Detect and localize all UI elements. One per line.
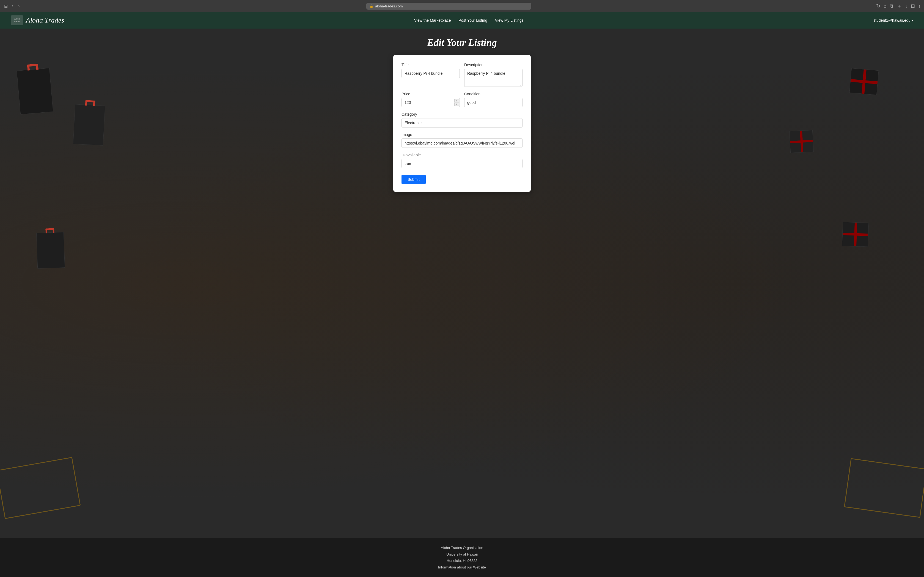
price-increment-btn[interactable]: ▲ [454, 99, 459, 103]
category-group: Category [402, 112, 522, 127]
description-group: Description Raspberry Pi 4 bundle [464, 63, 522, 87]
description-label: Description [464, 63, 522, 67]
price-spinners: ▲ ▼ [454, 99, 459, 106]
category-label: Category [402, 112, 522, 116]
share-icon[interactable]: ↑ [918, 3, 921, 9]
nav-post-listing[interactable]: Post Your Listing [459, 18, 487, 23]
back-btn[interactable]: ‹ [10, 3, 15, 8]
bg-bag-1 [16, 68, 53, 114]
image-group: Image [402, 132, 522, 148]
browser-controls: ⊞ ‹ › [3, 3, 21, 8]
extensions-icon[interactable]: ⧉ [890, 3, 893, 9]
navbar-links: View the Marketplace Post Your Listing V… [414, 18, 523, 23]
forward-btn[interactable]: › [16, 3, 21, 8]
download-icon[interactable]: ↓ [905, 3, 908, 9]
condition-label: Condition [464, 92, 522, 96]
footer-line1: Aloha Trades Organization [5, 545, 919, 551]
bg-cart-right [844, 458, 924, 517]
bg-bag-2 [73, 104, 105, 146]
category-input[interactable] [402, 118, 522, 127]
new-tab-icon[interactable]: ＋ [897, 3, 902, 9]
page-title: Edit Your Listing [427, 37, 497, 48]
description-input[interactable]: Raspberry Pi 4 bundle [464, 69, 522, 87]
browser-chrome: ⊞ ‹ › 🔒 aloha-trades.com ↻ ⌂ ⧉ ＋ ↓ ⊟ ↑ [0, 0, 924, 12]
home-icon[interactable]: ⌂ [884, 3, 887, 9]
submit-button[interactable]: Submit [402, 175, 426, 184]
bg-gift-1 [849, 68, 879, 95]
navbar: AlohaTrades Aloha Trades View the Market… [0, 12, 924, 29]
nav-view-my-listings[interactable]: View My Listings [495, 18, 523, 23]
bg-gift-2 [789, 130, 814, 153]
user-dropdown-caret: ▾ [912, 19, 913, 22]
brand-logo: AlohaTrades [11, 15, 23, 25]
user-email: student1@hawaii.edu [873, 18, 911, 23]
footer-line2: University of Hawaii [5, 551, 919, 558]
address-bar[interactable]: 🔒 aloha-trades.com [366, 3, 531, 10]
image-input[interactable] [402, 139, 522, 148]
title-input[interactable] [402, 69, 460, 78]
is-available-input[interactable] [402, 159, 522, 168]
title-label: Title [402, 63, 460, 67]
condition-group: Condition [464, 92, 522, 107]
footer-line3: Honolulu, HI 96822 [5, 558, 919, 564]
bg-gift-3 [842, 222, 869, 247]
logo-text: AlohaTrades [14, 18, 21, 23]
footer: Aloha Trades Organization University of … [0, 538, 924, 577]
price-label: Price [402, 92, 460, 96]
lock-icon: 🔒 [370, 5, 373, 8]
tab-overview-icon[interactable]: ⊟ [911, 3, 915, 9]
browser-right-controls: ↻ ⌂ ⧉ ＋ ↓ ⊟ ↑ [876, 3, 921, 9]
title-description-row: Title Description Raspberry Pi 4 bundle [402, 63, 522, 87]
price-input[interactable] [402, 98, 460, 107]
condition-input[interactable] [464, 98, 522, 107]
is-available-label: Is available [402, 153, 522, 157]
brand-name: Aloha Trades [26, 16, 64, 24]
price-decrement-btn[interactable]: ▼ [454, 103, 459, 106]
navbar-user[interactable]: student1@hawaii.edu ▾ [873, 18, 913, 23]
image-label: Image [402, 132, 522, 137]
refresh-icon[interactable]: ↻ [876, 3, 880, 9]
title-group: Title [402, 63, 460, 87]
nav-view-marketplace[interactable]: View the Marketplace [414, 18, 451, 23]
footer-info-link[interactable]: Information about our Website [438, 565, 486, 569]
is-available-group: Is available [402, 153, 522, 168]
brand[interactable]: AlohaTrades Aloha Trades [11, 15, 64, 25]
sidebar-toggle-btn[interactable]: ⊞ [3, 3, 8, 8]
edit-listing-form-card: Title Description Raspberry Pi 4 bundle … [393, 55, 531, 192]
price-condition-row: Price ▲ ▼ Condition [402, 92, 522, 107]
main-content: Edit Your Listing Title Description Rasp… [0, 29, 924, 538]
url-text: aloha-trades.com [375, 4, 402, 8]
price-input-wrapper: ▲ ▼ [402, 98, 460, 107]
bg-bag-3 [36, 232, 65, 268]
price-group: Price ▲ ▼ [402, 92, 460, 107]
bg-cart-left [0, 457, 81, 519]
